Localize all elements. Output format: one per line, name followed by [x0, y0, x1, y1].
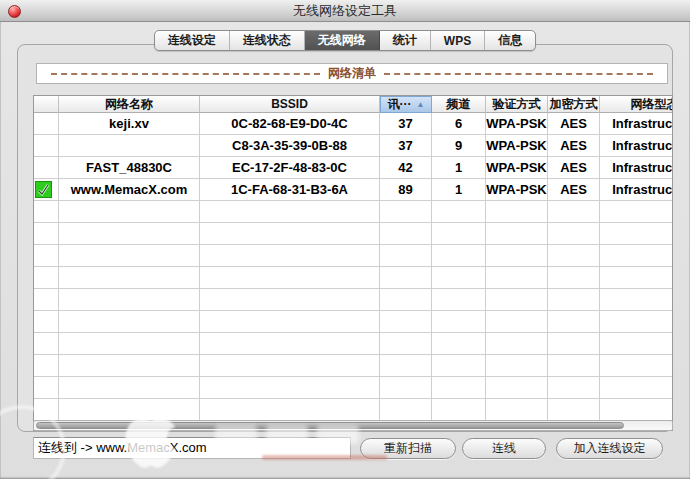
table-row[interactable]: C8-3A-35-39-0B-88 37 9 WPA-PSK AES Infra… — [34, 135, 673, 157]
table-row[interactable]: FAST_48830C EC-17-2F-48-83-0C 42 1 WPA-P… — [34, 157, 673, 179]
cell-bssid: 0C-82-68-E9-D0-4C — [200, 113, 380, 135]
cell-bssid: 1C-FA-68-31-B3-6A — [200, 179, 380, 201]
cell-encryption: AES — [548, 179, 600, 201]
cell-network-name — [59, 135, 200, 157]
empty-table-row — [34, 267, 673, 289]
column-header-encryption[interactable]: 加密方式 — [548, 96, 600, 113]
cell-encryption: AES — [548, 135, 600, 157]
cell-bssid: EC-17-2F-48-83-0C — [200, 157, 380, 179]
title-bar: 无线网络设定工具 — [0, 0, 690, 22]
cell-network-type: Infrastructure — [600, 179, 673, 201]
rescan-button[interactable]: 重新扫描 — [360, 438, 456, 459]
dashed-divider-left — [51, 73, 320, 75]
app-window: 无线网络设定工具 连线设定 连线状态 无线网络 统计 WPS 信息 网络清单 网… — [0, 0, 690, 479]
cell-network-type: Infrastructure — [600, 135, 673, 157]
close-button[interactable] — [8, 5, 21, 18]
cell-network-name: www.MemacX.com — [59, 179, 200, 201]
cell-network-name: keji.xv — [59, 113, 200, 135]
column-header-network-name[interactable]: 网络名称 — [59, 96, 200, 113]
cell-signal: 42 — [380, 157, 432, 179]
cell-signal: 37 — [380, 113, 432, 135]
tab-link-status[interactable]: 连线状态 — [230, 31, 305, 50]
empty-table-row — [34, 245, 673, 267]
empty-table-row — [34, 333, 673, 355]
window-title: 无线网络设定工具 — [293, 2, 397, 20]
empty-table-row — [34, 355, 673, 377]
tab-connection-settings[interactable]: 连线设定 — [155, 31, 230, 50]
cell-channel: 1 — [432, 179, 486, 201]
connect-button[interactable]: 连线 — [462, 438, 546, 459]
cell-network-type: Infrastructure — [600, 113, 673, 135]
cell-status-icon — [34, 179, 59, 201]
table-row-connected[interactable]: www.MemacX.com 1C-FA-68-31-B3-6A 89 1 WP… — [34, 179, 673, 201]
network-list-section-header: 网络清单 — [36, 63, 668, 84]
column-header-signal[interactable]: 讯··· ▲ — [380, 96, 432, 113]
cell-signal: 37 — [380, 135, 432, 157]
cell-channel: 1 — [432, 157, 486, 179]
tab-segmented-control: 连线设定 连线状态 无线网络 统计 WPS 信息 — [154, 30, 536, 51]
tab-bar: 连线设定 连线状态 无线网络 统计 WPS 信息 — [0, 30, 690, 51]
cell-encryption: AES — [548, 113, 600, 135]
cell-encryption: AES — [548, 157, 600, 179]
cell-channel: 9 — [432, 135, 486, 157]
tab-about[interactable]: 信息 — [485, 31, 535, 50]
column-header-auth[interactable]: 验证方式 — [486, 96, 548, 113]
cell-auth: WPA-PSK — [486, 179, 548, 201]
cell-status-icon — [34, 135, 59, 157]
cell-channel: 6 — [432, 113, 486, 135]
cell-signal: 89 — [380, 179, 432, 201]
horizontal-scrollbar[interactable] — [33, 420, 673, 431]
cell-network-type: Infrastructure — [600, 157, 673, 179]
column-header-signal-label: 讯··· — [388, 96, 412, 113]
column-header-bssid[interactable]: BSSID — [200, 96, 380, 113]
cell-status-icon — [34, 113, 59, 135]
connected-check-icon — [35, 181, 52, 198]
section-title: 网络清单 — [328, 65, 376, 82]
cell-auth: WPA-PSK — [486, 113, 548, 135]
empty-table-row — [34, 201, 673, 223]
empty-table-row — [34, 289, 673, 311]
cell-auth: WPA-PSK — [486, 135, 548, 157]
table-header-row: 网络名称 BSSID 讯··· ▲ 频道 验证方式 加密方式 网络型态 — [34, 96, 673, 113]
network-table: 网络名称 BSSID 讯··· ▲ 频道 验证方式 加密方式 网络型态 keji… — [33, 95, 673, 431]
cell-network-name: FAST_48830C — [59, 157, 200, 179]
table-row[interactable]: keji.xv 0C-82-68-E9-D0-4C 37 6 WPA-PSK A… — [34, 113, 673, 135]
cell-auth: WPA-PSK — [486, 157, 548, 179]
empty-table-row — [34, 311, 673, 333]
empty-table-row — [34, 377, 673, 399]
horizontal-scrollbar-thumb[interactable] — [36, 422, 624, 429]
connection-status-field[interactable] — [33, 437, 351, 459]
empty-table-row — [34, 399, 673, 421]
column-header-channel[interactable]: 频道 — [432, 96, 486, 113]
column-header-status-icon[interactable] — [34, 96, 59, 113]
empty-table-row — [34, 223, 673, 245]
column-header-network-type[interactable]: 网络型态 — [600, 96, 673, 113]
cell-status-icon — [34, 157, 59, 179]
tab-statistics[interactable]: 统计 — [380, 31, 431, 50]
sort-ascending-icon: ▲ — [417, 100, 425, 109]
dashed-divider-right — [384, 73, 653, 75]
tab-wps[interactable]: WPS — [431, 31, 485, 50]
cell-bssid: C8-3A-35-39-0B-88 — [200, 135, 380, 157]
add-profile-button[interactable]: 加入连线设定 — [556, 438, 663, 459]
tab-wireless-network[interactable]: 无线网络 — [305, 31, 380, 50]
